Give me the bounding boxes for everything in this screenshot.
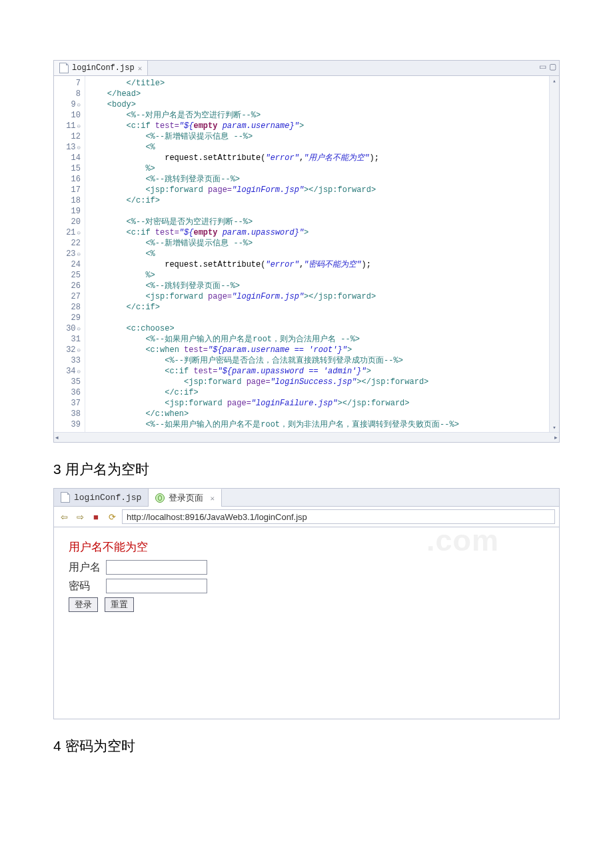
stop-icon[interactable]: ■ [90,511,102,523]
close-icon[interactable]: ✕ [138,64,143,73]
reset-button[interactable]: 重置 [105,597,134,612]
globe-icon [155,493,165,503]
browser-tab-label: loginConf.jsp [74,493,141,503]
url-text: http://localhost:8916/JavaWeb3.1/loginCo… [127,512,307,522]
horizontal-scrollbar[interactable]: ◂ ▸ [54,432,559,442]
editor-tab-loginconf[interactable]: loginConf.jsp ✕ [54,61,148,75]
scroll-up-icon[interactable]: ▴ [550,76,559,85]
browser-tab-loginpage[interactable]: 登录页面 ✕ [149,489,222,507]
username-label: 用户名 [69,561,106,575]
browser-toolbar: ⇦ ⇨ ■ ⟳ http://localhost:8916/JavaWeb3.1… [54,507,559,527]
forward-icon[interactable]: ⇨ [74,511,86,523]
browser-tab-loginconf[interactable]: loginConf.jsp [54,489,149,506]
username-input[interactable] [106,560,207,575]
browser-preview: loginConf.jsp 登录页面 ✕ ⇦ ⇨ ■ ⟳ http://loca… [53,488,560,719]
minimize-icon[interactable]: ▭ [539,62,546,71]
editor-body: 789⊖1011⊖1213⊖1415161718192021⊖2223⊖2425… [54,76,559,432]
browser-tab-label: 登录页面 [169,492,203,504]
editor-tab-bar: loginConf.jsp ✕ ▭ ▢ [54,61,559,76]
code-editor: loginConf.jsp ✕ ▭ ▢ 789⊖1011⊖1213⊖141516… [53,60,560,443]
jsp-file-icon [59,63,69,73]
browser-tab-bar: loginConf.jsp 登录页面 ✕ [54,489,559,507]
password-label: 密码 [69,579,106,593]
error-message: 用户名不能为空 [69,539,544,555]
scroll-right-icon[interactable]: ▸ [554,434,558,441]
back-icon[interactable]: ⇦ [58,511,70,523]
url-input[interactable]: http://localhost:8916/JavaWeb3.1/loginCo… [122,509,555,524]
vertical-scrollbar[interactable]: ▴ ▾ [549,76,559,432]
browser-viewport: .com 用户名不能为空 用户名 密码 登录 重置 [54,527,559,719]
scroll-left-icon[interactable]: ◂ [55,434,59,441]
password-input[interactable] [106,579,207,593]
section-heading-3: 3 用户名为空时 [53,460,560,479]
refresh-icon[interactable]: ⟳ [106,511,118,523]
close-icon[interactable]: ✕ [210,494,215,503]
maximize-icon[interactable]: ▢ [549,62,556,71]
editor-tab-label: loginConf.jsp [72,63,135,73]
line-gutter: 789⊖1011⊖1213⊖1415161718192021⊖2223⊖2425… [54,76,85,432]
section-heading-4: 4 密码为空时 [53,737,560,755]
code-area[interactable]: </title> </head> <body> <%--对用户名是否为空进行判断… [85,76,549,432]
scroll-down-icon[interactable]: ▾ [550,423,559,432]
jsp-file-icon [61,492,70,503]
submit-button[interactable]: 登录 [69,597,98,612]
